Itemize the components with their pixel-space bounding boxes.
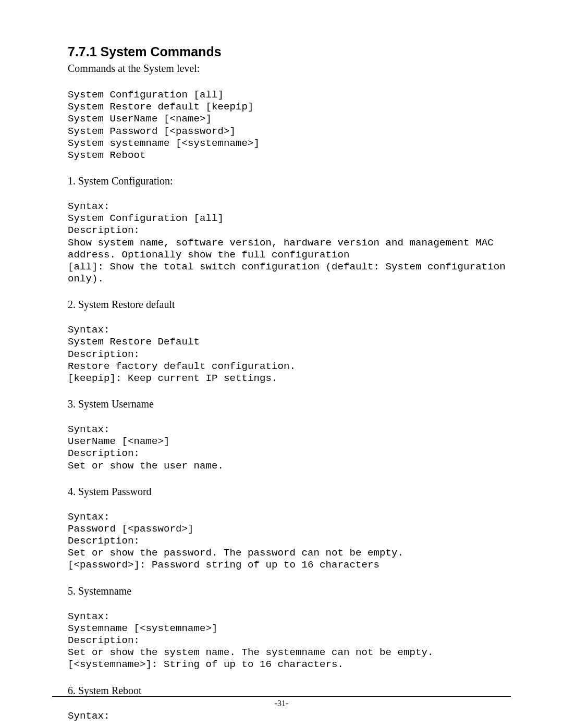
system-commands-block: System Configuration [all] System Restor…	[68, 89, 498, 162]
page-number: -31-	[0, 699, 563, 708]
item-body-1: Syntax: System Configuration [all] Descr…	[68, 201, 498, 285]
item-title-3: 3. System Username	[68, 398, 498, 410]
page: 7.7.1 System Commands Commands at the Sy…	[0, 0, 563, 728]
item-title-6: 6. System Reboot	[68, 685, 498, 697]
intro-text: Commands at the System level:	[68, 63, 498, 75]
footer-rule	[52, 696, 511, 697]
item-body-6: Syntax:	[68, 710, 498, 722]
item-title-2: 2. System Restore default	[68, 299, 498, 311]
item-title-1: 1. System Configuration:	[68, 175, 498, 187]
item-title-4: 4. System Password	[68, 486, 498, 498]
item-body-2: Syntax: System Restore Default Descripti…	[68, 324, 498, 385]
item-body-5: Syntax: Systemname [<systemname>] Descri…	[68, 611, 498, 671]
item-title-5: 5. Systemname	[68, 585, 498, 597]
item-body-4: Syntax: Password [<password>] Descriptio…	[68, 511, 498, 572]
section-heading: 7.7.1 System Commands	[68, 44, 498, 59]
item-body-3: Syntax: UserName [<name>] Description: S…	[68, 424, 498, 472]
